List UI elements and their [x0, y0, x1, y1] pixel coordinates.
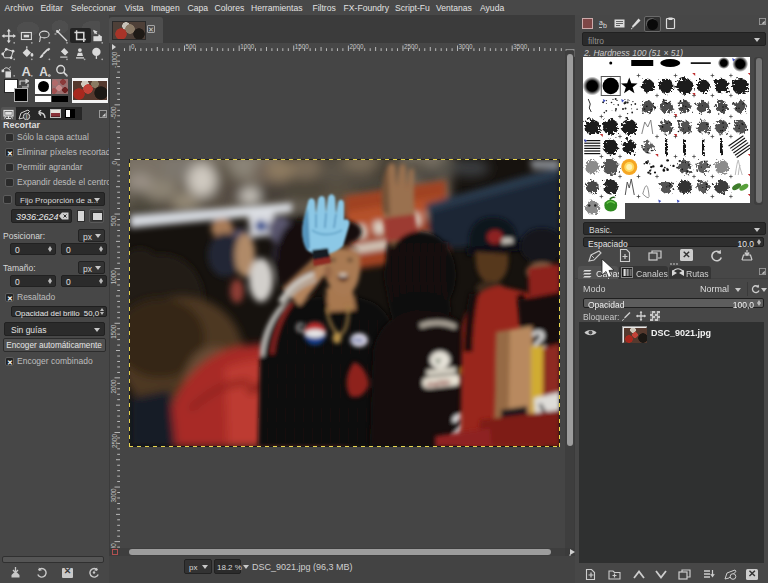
svg-text:1000: 1000: [111, 270, 118, 285]
svg-text:A: A: [22, 64, 32, 79]
svg-text:A: A: [39, 65, 48, 79]
svg-text:-1000: -1000: [111, 51, 118, 68]
svg-text:3500: 3500: [513, 43, 528, 50]
svg-text:-500: -500: [111, 106, 118, 119]
svg-text:2500: 2500: [404, 43, 419, 50]
svg-text:500: 500: [186, 43, 197, 50]
svg-text:2500: 2500: [111, 434, 118, 449]
svg-text:500: 500: [111, 215, 118, 226]
svg-text:V: V: [435, 356, 441, 366]
svg-text:3000: 3000: [459, 43, 474, 50]
svg-text:2000: 2000: [349, 43, 364, 50]
svg-text:C: C: [296, 321, 305, 335]
svg-text:0: 0: [111, 161, 118, 165]
svg-text:0: 0: [131, 43, 135, 50]
svg-text:1500: 1500: [111, 324, 118, 339]
svg-text:3000: 3000: [111, 488, 118, 503]
svg-text:PAI: PAI: [352, 337, 363, 344]
svg-text:2000: 2000: [111, 379, 118, 394]
svg-text:1000: 1000: [240, 43, 255, 50]
svg-text:1500: 1500: [295, 43, 310, 50]
svg-text:b: b: [603, 22, 607, 29]
